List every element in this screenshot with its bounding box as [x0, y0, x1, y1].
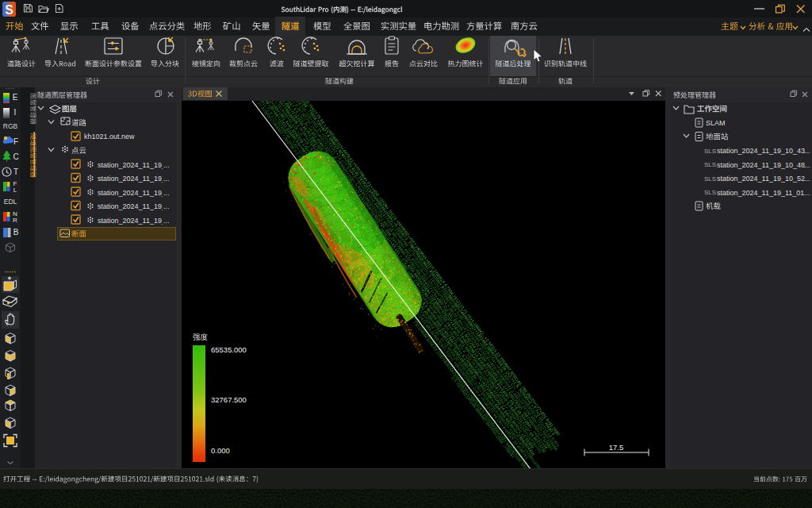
- svg-text:S: S: [5, 3, 13, 17]
